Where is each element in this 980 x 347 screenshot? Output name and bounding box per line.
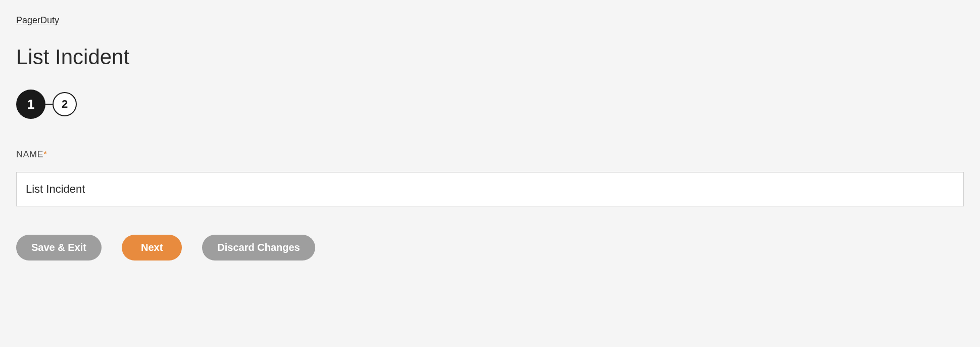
stepper: 1 2: [16, 90, 964, 119]
breadcrumb-link[interactable]: PagerDuty: [16, 15, 59, 26]
name-label-wrapper: NAME*: [16, 149, 964, 172]
form-group-name: NAME*: [16, 149, 964, 206]
name-input[interactable]: [16, 172, 964, 206]
step-connector: [45, 104, 53, 105]
required-asterisk-icon: *: [43, 149, 47, 159]
step-2[interactable]: 2: [53, 92, 77, 116]
discard-changes-button[interactable]: Discard Changes: [202, 235, 315, 261]
name-label: NAME: [16, 149, 43, 160]
step-1[interactable]: 1: [16, 90, 45, 119]
page-title: List Incident: [16, 45, 964, 69]
next-button[interactable]: Next: [122, 235, 182, 261]
save-exit-button[interactable]: Save & Exit: [16, 235, 102, 261]
button-row: Save & Exit Next Discard Changes: [16, 235, 964, 261]
